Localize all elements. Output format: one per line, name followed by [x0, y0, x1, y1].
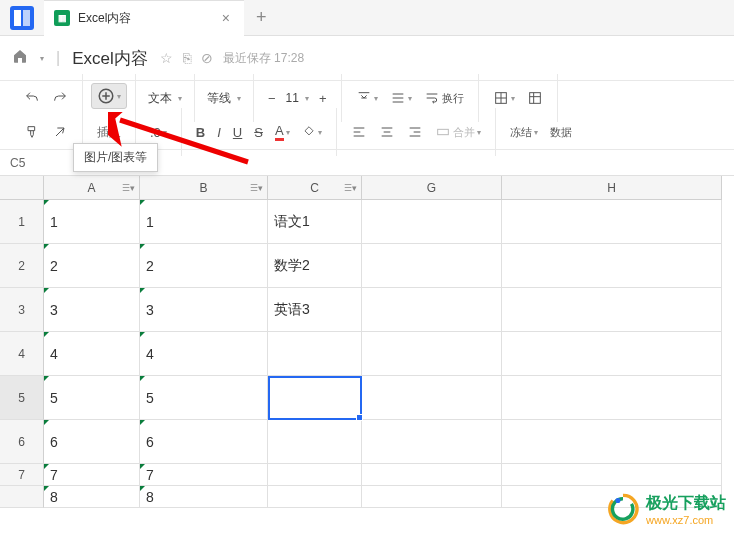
clear-format-button[interactable]: [46, 120, 74, 144]
cell[interactable]: [362, 376, 502, 420]
cell[interactable]: 数学2: [268, 244, 362, 288]
row-header[interactable]: 2: [0, 244, 44, 288]
cell[interactable]: [502, 200, 722, 244]
filter-icon[interactable]: ☰▾: [250, 183, 263, 193]
svg-rect-2: [529, 93, 540, 104]
cell[interactable]: 8: [140, 486, 268, 508]
cell[interactable]: [268, 332, 362, 376]
decimal-button[interactable]: .0▾: [144, 121, 173, 144]
font-select[interactable]: 等线▾: [203, 88, 245, 109]
cell[interactable]: [268, 464, 362, 486]
star-icon[interactable]: ☆: [160, 50, 173, 66]
home-icon[interactable]: [12, 48, 28, 68]
cell[interactable]: [362, 464, 502, 486]
cell[interactable]: 4: [44, 332, 140, 376]
merge-button[interactable]: 合并▾: [429, 120, 487, 144]
cell[interactable]: 英语3: [268, 288, 362, 332]
cell[interactable]: 2: [140, 244, 268, 288]
align-center-button[interactable]: [373, 120, 401, 144]
cell[interactable]: [502, 288, 722, 332]
halign-button[interactable]: ▾: [384, 86, 418, 110]
cell[interactable]: [268, 376, 362, 420]
column-header[interactable]: B☰▾: [140, 176, 268, 200]
cell[interactable]: 6: [44, 420, 140, 464]
close-icon[interactable]: ×: [218, 10, 234, 26]
add-tab-button[interactable]: +: [244, 7, 279, 28]
redo-button[interactable]: [46, 86, 74, 110]
cell[interactable]: 4: [140, 332, 268, 376]
underline-button[interactable]: U: [227, 121, 248, 144]
insert-button[interactable]: ▾: [91, 83, 127, 109]
data-button[interactable]: 数据: [544, 121, 578, 144]
filter-icon[interactable]: ☰▾: [344, 183, 357, 193]
svg-rect-3: [437, 129, 448, 134]
watermark-title: 极光下载站: [646, 493, 726, 514]
cell[interactable]: [362, 332, 502, 376]
cell[interactable]: 7: [44, 464, 140, 486]
app-logo[interactable]: [0, 6, 44, 30]
cell[interactable]: [502, 420, 722, 464]
column-header[interactable]: H: [502, 176, 722, 200]
cell[interactable]: [362, 244, 502, 288]
cell[interactable]: 6: [140, 420, 268, 464]
italic-button[interactable]: I: [211, 121, 227, 144]
cell[interactable]: 语文1: [268, 200, 362, 244]
align-right-button[interactable]: [401, 120, 429, 144]
cell[interactable]: 3: [140, 288, 268, 332]
format-select[interactable]: 文本▾: [144, 88, 186, 109]
cell[interactable]: 3: [44, 288, 140, 332]
watermark-url: www.xz7.com: [646, 514, 726, 526]
cell[interactable]: 7: [140, 464, 268, 486]
strike-button[interactable]: S: [248, 121, 269, 144]
cell[interactable]: 2: [44, 244, 140, 288]
separator: |: [56, 49, 60, 67]
row-header[interactable]: 7: [0, 464, 44, 486]
column-header[interactable]: C☰▾▸: [268, 176, 362, 200]
select-all-corner[interactable]: [0, 176, 44, 200]
document-tab[interactable]: ▦ Excel内容 ×: [44, 0, 244, 36]
valign-button[interactable]: ▾: [350, 86, 384, 110]
insert-tooltip: 图片/图表等: [73, 143, 158, 172]
bold-button[interactable]: B: [190, 121, 211, 144]
row-header[interactable]: 6: [0, 420, 44, 464]
column-header[interactable]: A☰▾: [44, 176, 140, 200]
decrease-font-button[interactable]: −: [262, 87, 282, 110]
cell[interactable]: 5: [44, 376, 140, 420]
row-header[interactable]: 4: [0, 332, 44, 376]
fill-color-button[interactable]: ▾: [296, 121, 328, 143]
column-header[interactable]: G: [362, 176, 502, 200]
freeze-button[interactable]: 冻结▾: [504, 121, 544, 144]
format-painter-button[interactable]: [18, 120, 46, 144]
cell[interactable]: 8: [44, 486, 140, 508]
cell[interactable]: 1: [140, 200, 268, 244]
cell[interactable]: 5: [140, 376, 268, 420]
cell[interactable]: [502, 332, 722, 376]
border-button[interactable]: ▾: [487, 86, 521, 110]
cell[interactable]: [268, 486, 362, 508]
filter-icon[interactable]: ☰▾: [122, 183, 135, 193]
cell[interactable]: [502, 464, 722, 486]
row-header[interactable]: 1: [0, 200, 44, 244]
row-header[interactable]: 5: [0, 376, 44, 420]
cell[interactable]: [362, 486, 502, 508]
font-size-select[interactable]: 11▾: [282, 89, 313, 107]
font-color-button[interactable]: A▾: [269, 119, 296, 145]
document-title[interactable]: Excel内容: [72, 47, 148, 70]
cell[interactable]: [362, 200, 502, 244]
cell[interactable]: [362, 288, 502, 332]
freeze-pane-icon[interactable]: [521, 86, 549, 110]
row-header[interactable]: 3: [0, 288, 44, 332]
increase-font-button[interactable]: +: [313, 87, 333, 110]
cell[interactable]: [502, 376, 722, 420]
cell[interactable]: 1: [44, 200, 140, 244]
align-left-button[interactable]: [345, 120, 373, 144]
cell[interactable]: [362, 420, 502, 464]
cell[interactable]: [268, 420, 362, 464]
chevron-down-icon[interactable]: ▾: [40, 54, 44, 63]
cell[interactable]: [502, 244, 722, 288]
row-header[interactable]: [0, 486, 44, 508]
name-box[interactable]: C5: [0, 156, 44, 170]
wrap-button[interactable]: 换行: [418, 86, 470, 110]
undo-button[interactable]: [18, 86, 46, 110]
move-icon[interactable]: ⎘: [183, 50, 191, 66]
